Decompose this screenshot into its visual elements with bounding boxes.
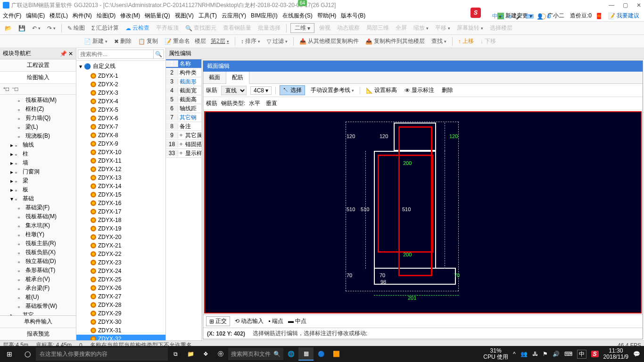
menu-online[interactable]: 在线服务(S) [282,12,313,20]
menu-draw[interactable]: 绘图(D) [97,12,116,20]
dynview-button[interactable]: 动态观察 [335,23,362,33]
tree-node[interactable]: ▸ ▫板 [2,185,74,194]
copy-from-button[interactable]: 📥从其他楼层复制构件 [297,36,361,46]
app-icon-1[interactable]: ❖ [198,347,213,361]
app-icon-2[interactable]: 🔵 [314,347,329,361]
component-list[interactable]: ▾🔵 自定义线 ZDYX-1 ZDYX-2 ZDYX-3 ZDYX-4 ZDYX… [76,61,165,340]
find-button[interactable]: 查找 [429,36,448,46]
property-row[interactable]: 18+锚固搭 [166,140,201,149]
tree-node[interactable]: ▸ ▫轴线 [2,140,74,149]
list-item[interactable]: ZDYX-22 [76,250,165,258]
list-item[interactable]: ZDYX-17 [76,207,165,216]
manual-ref-button[interactable]: 手动设置参考线 [309,85,356,95]
menu-version[interactable]: 版本号(B) [341,12,365,20]
list-item[interactable]: ZDYX-13 [76,173,165,182]
rename-button[interactable]: 📝重命名 [163,36,192,46]
folder-icon[interactable]: 📁 [183,347,198,361]
ime-gear-icon[interactable]: ⚙ [546,13,552,20]
property-row[interactable]: 7其它钢 [166,113,201,122]
snap-end-toggle[interactable]: ▪ 端点 [268,317,283,325]
taskview-icon[interactable]: ⧉ [168,347,183,361]
tree-node[interactable]: ▫独立基础(D) [2,257,74,266]
menu-floor[interactable]: 楼层(L) [50,12,68,20]
vert-button[interactable]: 垂直 [264,99,279,108]
pan-button[interactable]: 平移 [433,23,452,33]
list-item[interactable]: ZDYX-28 [76,301,165,309]
floor-select[interactable]: 第2层 [209,36,231,46]
minimize-button[interactable]: — [609,2,614,8]
list-item[interactable]: ZDYX-12 [76,165,165,173]
property-row[interactable]: 5截面高 [166,95,201,104]
chevron-down-icon[interactable]: ▾ [79,63,82,70]
list-item[interactable]: ZDYX-32 [76,335,165,340]
tray-ime[interactable]: 中 [577,350,586,359]
ime-smile-icon[interactable]: ☺ [507,13,513,20]
list-item[interactable]: ZDYX-30 [76,318,165,326]
list-item[interactable]: ZDYX-21 [76,241,165,250]
list-item[interactable]: ZDYX-10 [76,148,165,156]
tree-node[interactable]: ▫基础梁(F) [2,203,74,212]
topview-button[interactable]: 俯视 [317,23,332,33]
edge-icon[interactable]: ⓔ [213,347,228,361]
tray-clock[interactable]: 11:302018/11/9 [603,348,628,360]
list-item[interactable]: ZDYX-1 [76,72,165,80]
tree-node[interactable]: ▫筏板负筋(X) [2,248,74,257]
dim-select[interactable]: 二维 ▾ [290,23,314,33]
tree-node[interactable]: ▸ ▫门窗洞 [2,167,74,176]
list-item[interactable]: ZDYX-19 [76,224,165,233]
tray-net-icon[interactable]: 🖧 [532,351,538,357]
list-item[interactable]: ZDYX-6 [76,114,165,123]
menu-view[interactable]: 视图(V) [175,12,194,20]
tray-flag-icon[interactable]: ⚑ [543,351,548,357]
tree-node[interactable]: ▸ ▫其它 [2,311,74,315]
feedback-button[interactable]: 📝我要建议 [606,11,641,21]
list-item[interactable]: ZDYX-14 [76,182,165,190]
bean-icon[interactable]: 🧧 [595,13,603,19]
menu-tool[interactable]: 工具(T) [198,12,217,20]
sum-button[interactable]: Σ 汇总计算 [90,23,121,33]
search-input[interactable] [78,49,154,59]
undo-button[interactable]: ↶ [30,24,42,33]
taskbar-search[interactable]: 在这里输入你要搜索的内容 [36,347,168,361]
list-item[interactable]: ZDYX-3 [76,89,165,97]
movedown-button[interactable]: ↓ 下移 [479,36,498,46]
filter-button[interactable]: ▽ 过滤 [265,36,289,46]
find-elem-button[interactable]: 🔍查找图元 [183,23,218,33]
spec-input[interactable]: 4C8 ▾ [250,86,272,95]
property-row[interactable]: 9+其它属 [166,131,201,140]
fullscreen-button[interactable]: 全屏 [394,23,409,33]
tree-node[interactable]: ▸ ▫柱 [2,149,74,158]
list-item[interactable]: ZDYX-15 [76,190,165,199]
tree-expand-icon[interactable]: ⁺□ [3,86,9,92]
dyn-input-toggle[interactable]: ⟲ 动态输入 [235,317,264,325]
list-item[interactable]: ZDYX-27 [76,292,165,301]
delete-button[interactable]: ✖ 删除 [112,36,133,46]
property-row[interactable]: 6轴线距 [166,104,201,113]
menu-edit[interactable]: 编辑(E) [26,12,45,20]
set-mark-button[interactable]: 📐设置标高 [364,85,399,95]
app-icon-3[interactable]: 🟧 [329,347,344,361]
section-canvas[interactable]: 120 120 120 200 510 510 510 200 70 70 70… [204,111,642,313]
property-row[interactable]: 2构件类 [166,68,201,77]
pin-icon[interactable]: 📌 ✕ [60,50,73,57]
close-button[interactable]: ✕ [636,2,641,8]
tree-node[interactable]: ▸ ▫梁 [2,176,74,185]
property-row[interactable]: 8备注 [166,122,201,131]
property-row[interactable]: 33+显示样 [166,149,201,158]
list-item[interactable]: ZDYX-11 [76,156,165,165]
tab-draw-input[interactable]: 绘图输入 [0,72,76,84]
show-mark-button[interactable]: 👁显示标注 [403,85,436,95]
menu-rebar[interactable]: 钢筋量(Q) [145,12,170,20]
moveup-button[interactable]: ↑ 上移 [456,36,476,46]
tray-notif-icon[interactable]: 💬 [633,351,640,357]
cpu-meter[interactable]: 31%CPU 使用 [483,348,508,360]
new-comp-button[interactable]: 📄新建 [82,36,109,46]
tray-up-icon[interactable]: ^ [513,351,516,357]
list-item[interactable]: ZDYX-18 [76,216,165,224]
ime-keyb-icon[interactable]: ⌨ [526,13,534,20]
menu-comp[interactable]: 构件(N) [73,12,92,20]
tray-people-icon[interactable]: 👥 [520,351,528,357]
select-tool-button[interactable]: ↖ 选择 [280,85,305,95]
nav-tree[interactable]: ▫筏板基础(M)▫框柱(Z)▫剪力墙(Q)▫梁(L)▫现浇板(B)▸ ▫轴线▸ … [0,95,76,315]
tree-node[interactable]: ▸ ▫墙 [2,158,74,167]
